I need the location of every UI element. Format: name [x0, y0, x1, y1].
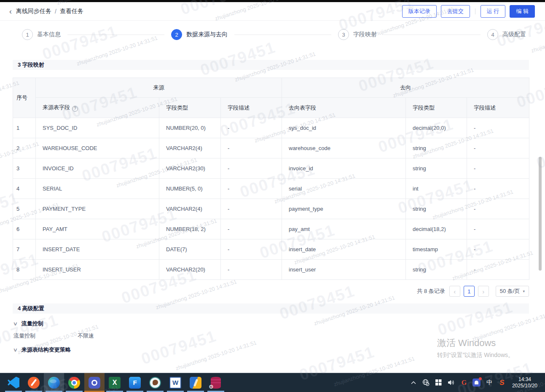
window-top-bar — [0, 0, 545, 2]
col-group-target: 去向 — [282, 78, 529, 98]
table-cell: 2 — [13, 138, 36, 158]
taskbar-app-edge[interactable] — [44, 373, 64, 392]
pagination-prev-button[interactable]: ‹ — [449, 286, 460, 297]
database-icon: ⚙ — [211, 377, 221, 389]
step-1-circle: 1 — [22, 29, 33, 40]
table-row: 5PAYMENT_TYPEVARCHAR2(4)-payment_typestr… — [13, 199, 529, 219]
step-advanced-config[interactable]: 4 高级配置 — [487, 29, 526, 40]
taskbar-app-chrome[interactable] — [64, 373, 84, 392]
table-cell: 1 — [13, 118, 36, 138]
actions-divider — [475, 8, 475, 14]
table-cell: DATE(7) — [159, 239, 221, 260]
tray-g-app-icon[interactable]: G — [459, 376, 469, 389]
section-field-mapping-title: 3 字段映射 — [13, 60, 529, 70]
table-cell: 3 — [13, 158, 36, 179]
table-cell: - — [467, 199, 529, 219]
run-button[interactable]: 运 行 — [481, 5, 506, 18]
go-submit-button[interactable]: 去提交 — [441, 5, 470, 18]
col-group-source: 来源 — [36, 78, 282, 98]
collapse-source-schema-strategy[interactable]: ∨ 来源表结构变更策略 — [13, 346, 529, 354]
section-advanced-config-title: 4 高级配置 — [13, 303, 529, 314]
breadcrumb-separator: / — [55, 8, 56, 15]
help-icon[interactable]: ? — [72, 106, 78, 112]
sogou-input-icon[interactable]: S — [496, 376, 507, 389]
table-cell: 8 — [13, 260, 36, 280]
app-window: ‹ 离线同步任务 / 查看任务 版本记录 去提交 运 行 编 辑 1 基本信息 … — [0, 2, 545, 373]
taskbar-app-folder[interactable] — [185, 373, 206, 392]
edge-icon — [48, 377, 60, 389]
step-basic-info[interactable]: 1 基本信息 — [22, 29, 61, 40]
col-header-target-field: 去向表字段 — [282, 98, 406, 118]
collapse-source-schema-label: 来源表结构变更策略 — [21, 346, 71, 354]
taskbar-app-pen[interactable] — [24, 373, 44, 392]
table-row: 1SYS_DOC_IDNUMBER(20, 0)-sys_doc_iddecim… — [13, 118, 529, 138]
step-connector — [384, 35, 481, 35]
edit-button[interactable]: 编 辑 — [510, 5, 535, 18]
page-size-select[interactable]: 50 条/页 ▾ — [496, 286, 529, 297]
table-cell: insert_user — [282, 260, 406, 280]
taskbar-app-vscode[interactable] — [3, 373, 24, 392]
ime-indicator[interactable]: 中 — [484, 376, 494, 389]
taskbar-app-excel[interactable]: X — [105, 373, 125, 392]
pagination-page-1[interactable]: 1 — [464, 286, 475, 297]
table-cell: sys_doc_id — [282, 118, 406, 138]
vertical-scrollbar-thumb[interactable] — [539, 157, 542, 271]
table-cell: invoice_id — [282, 158, 406, 179]
table-cell: - — [467, 239, 529, 260]
step-2-circle: 2 — [171, 29, 182, 40]
pagination: 共 8 条记录 ‹ 1 › 50 条/页 ▾ — [13, 286, 529, 297]
table-cell: - — [467, 179, 529, 199]
page-size-value: 50 条/页 — [500, 287, 520, 295]
collapse-flow-control[interactable]: ∨ 流量控制 — [13, 320, 529, 328]
table-cell: WAREHOUSE_CODE — [36, 138, 159, 158]
table-cell: - — [467, 260, 529, 280]
version-history-button[interactable]: 版本记录 — [402, 5, 437, 18]
table-group-header-row: 序号 来源 去向 — [13, 78, 529, 98]
volume-icon[interactable] — [446, 376, 456, 389]
table-row: 2WAREHOUSE_CODEVARCHAR2(4)-warehouse_cod… — [13, 138, 529, 158]
taskbar-app-database-tool[interactable]: ⚙ — [206, 373, 226, 392]
breadcrumb-parent[interactable]: 离线同步任务 — [16, 8, 51, 15]
col-header-source-field-label: 来源表字段 — [43, 104, 70, 110]
tray-expand-chevron-icon[interactable] — [408, 376, 419, 389]
table-cell: NUMBER(5, 0) — [159, 179, 221, 199]
table-cell: string — [406, 199, 467, 219]
windows-grid-icon[interactable] — [434, 376, 444, 389]
table-cell: string — [406, 260, 467, 280]
taskbar-clock[interactable]: 14:34 2025/10/20 — [512, 376, 537, 389]
table-cell: pay_amt — [282, 219, 406, 239]
network-globe-icon[interactable] — [421, 376, 431, 389]
dingtalk-icon — [89, 377, 100, 389]
bell-icon — [475, 381, 478, 384]
taskbar-app-dbeaver[interactable] — [145, 373, 165, 392]
table-cell: int — [406, 179, 467, 199]
clock-time: 14:34 — [512, 376, 537, 383]
table-cell: INSERT_DATE — [36, 239, 159, 260]
table-row: 8INSERT_USERVARCHAR2(20)-insert_userstri… — [13, 260, 529, 280]
step-source-target[interactable]: 2 数据来源与去向 — [171, 29, 228, 40]
step-field-mapping[interactable]: 3 字段映射 — [338, 29, 377, 40]
taskbar-app-blue-f[interactable]: F — [125, 373, 145, 392]
table-cell: SERIAL — [36, 179, 159, 199]
word-icon: W — [169, 377, 181, 389]
tray-notification-app-icon[interactable] — [472, 376, 482, 389]
table-cell: INVOICE_ID — [36, 158, 159, 179]
taskbar-app-word[interactable]: W — [165, 373, 185, 392]
table-cell: - — [221, 138, 282, 158]
pagination-next-button[interactable]: › — [478, 286, 489, 297]
back-icon[interactable]: ‹ — [9, 8, 12, 15]
table-row: 7INSERT_DATEDATE(7)-insert_datetimestamp… — [13, 239, 529, 260]
taskbar-app-dingtalk[interactable] — [84, 373, 105, 392]
table-cell: INSERT_USER — [36, 260, 159, 280]
folder-app-icon — [190, 377, 201, 389]
col-header-target-type: 字段类型 — [406, 98, 467, 118]
table-cell: warehouse_code — [282, 138, 406, 158]
clock-date: 2025/10/20 — [512, 383, 537, 389]
table-cell: decimal(18,2) — [406, 219, 467, 239]
step-connector — [234, 35, 331, 35]
table-cell: - — [221, 219, 282, 239]
table-cell: 4 — [13, 179, 36, 199]
step-4-label: 高级配置 — [502, 31, 526, 38]
taskbar-apps: X F W ⚙ — [0, 373, 226, 392]
caret-down-icon: ▾ — [523, 289, 525, 293]
